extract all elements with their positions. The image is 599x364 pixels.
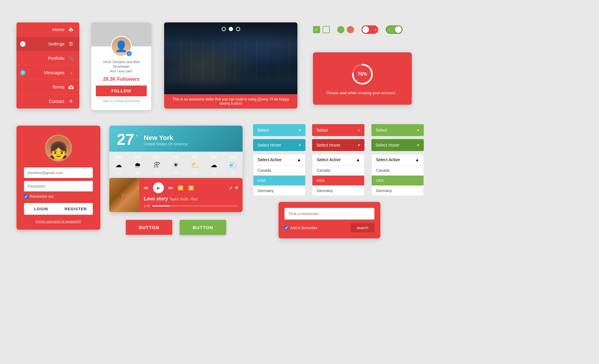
select-default-green[interactable]: Select ▼ [371, 124, 424, 136]
play-button[interactable]: ▶ [153, 182, 164, 193]
home-icon: 🏠 [68, 27, 74, 32]
prev-button[interactable]: ⏮ [144, 185, 149, 191]
select-option-germany-cyan[interactable]: Germany [253, 186, 305, 196]
profile-card: 👤 ✓ UI/UX Designer and Web DevelopperAnd… [91, 22, 151, 110]
add-to-favourites-group: Add to favourites [285, 226, 317, 230]
slider-image [164, 22, 297, 94]
music-progress-bar[interactable] [152, 205, 238, 206]
nav-item-contact[interactable]: Contact ✈ [16, 94, 79, 109]
share-button[interactable]: ↗ [229, 185, 232, 191]
day-name-wed: WED [149, 155, 165, 159]
restaurant-search-input[interactable] [285, 208, 374, 220]
music-extra-controls: ↗ ♥ [229, 185, 238, 191]
select-option-usa-cyan[interactable]: USA [253, 176, 305, 186]
select-option-germany-green[interactable]: Germany [372, 186, 423, 196]
select-hover-green[interactable]: Select Hover ▼ [371, 139, 424, 151]
music-progress: 1:50 [144, 204, 238, 208]
select-hover-green-label: Select Hover [376, 143, 400, 147]
select-option-canada-red[interactable]: Canada [312, 165, 364, 176]
selects-area: Select ▼ Select Hover ▼ Select Active ▲ … [253, 124, 429, 199]
select-default-red[interactable]: Select ▼ [312, 124, 364, 136]
select-option-germany-red[interactable]: Germany [312, 186, 364, 196]
girl-avatar-image: 👧 [46, 136, 71, 160]
day-name-thu: THU [168, 155, 184, 159]
profile-card-bg: 👤 ✓ [91, 22, 151, 46]
profile-description: UI/UX Designer and Web DevelopperAnd I l… [96, 60, 147, 74]
slider-dot-2[interactable] [229, 27, 233, 31]
weather-icon-tue: 🌧 [130, 161, 146, 169]
select-active-green[interactable]: Select Active ▲ Canada USA Germany [371, 154, 424, 196]
email-field[interactable] [24, 167, 93, 178]
toggle-on-knob [395, 26, 402, 33]
select-option-canada-cyan[interactable]: Canada [253, 165, 305, 176]
select-default-cyan[interactable]: Select ▼ [253, 124, 305, 136]
weather-city-info: New York United States Of America [144, 132, 187, 146]
select-col-red: Select ▼ Select Hover ▼ Select Active ▲ … [312, 124, 364, 199]
weather-day-mon: MON ☁ 27 [109, 152, 128, 179]
red-button[interactable]: BUTTON [126, 220, 172, 235]
nav-label-settings: Settings [48, 41, 64, 46]
heart-button[interactable]: ♥ [235, 185, 238, 191]
nav-item-messages[interactable]: ? Messages 🔖 [16, 66, 79, 80]
search-button[interactable]: search [351, 223, 374, 232]
weather-icon-thu: ☀ [168, 161, 184, 169]
select-active-label-green: Select Active [376, 157, 400, 162]
weather-day-thu: THU ☀ 32 [167, 152, 186, 179]
nav-item-settings[interactable]: ! Settings ☰ [16, 37, 79, 51]
remember-checkbox[interactable] [24, 195, 28, 199]
nav-item-terms[interactable]: Terms 📅 [16, 80, 79, 94]
weather-day-fri: FRI ⛅ 31 [185, 152, 205, 179]
select-option-canada-green[interactable]: Canada [372, 165, 423, 176]
select-arrow-down-red: ▼ [358, 129, 361, 132]
register-button[interactable]: REGISTER [59, 203, 93, 215]
password-field[interactable] [24, 181, 93, 191]
weather-degree: ° [136, 134, 138, 140]
select-active-red[interactable]: Select Active ▲ Canada USA Germany [312, 154, 364, 196]
login-button[interactable]: LOGIN [24, 203, 59, 215]
select-hover-cyan[interactable]: Select Hover ▼ [253, 139, 305, 151]
nav-label-portfolio: Portfolio [48, 56, 64, 61]
settings-icon: ☰ [68, 41, 74, 47]
day-name-mon: MON [111, 155, 127, 159]
weather-icon-fri: ⛅ [187, 161, 203, 169]
repeat-button[interactable]: 🔁 [178, 185, 184, 191]
checkbox-unchecked[interactable] [323, 26, 330, 33]
slider-dot-3[interactable] [236, 27, 240, 31]
music-info: Love story Taylor Swift - Red [144, 196, 238, 202]
bridge-lights [171, 37, 291, 80]
progress-percent: 76% [358, 71, 367, 77]
select-active-cyan-header[interactable]: Select Active ▲ [253, 154, 305, 165]
music-artist: Taylor Swift - Red [169, 197, 197, 201]
nav-item-portfolio[interactable]: Portfolio 📎 [16, 51, 79, 66]
nav-item-home[interactable]: Home 🏠 [16, 22, 79, 37]
select-active-red-header[interactable]: Select Active ▲ [312, 154, 364, 165]
checkbox-group: ✓ [313, 26, 330, 33]
select-active-green-header[interactable]: Select Active ▲ [372, 154, 423, 165]
forgot-password-link[interactable]: Forgot username or password? [36, 220, 81, 223]
toggle-on[interactable] [386, 25, 403, 34]
radio-unselected[interactable] [347, 26, 354, 33]
next-button[interactable]: ⏭ [168, 185, 173, 191]
select-option-usa-red[interactable]: USA [312, 176, 364, 186]
select-default-red-label: Select [316, 128, 328, 132]
follow-button[interactable]: FOLLOW [96, 86, 147, 96]
green-button[interactable]: BUTTON [180, 220, 226, 235]
radio-selected[interactable] [337, 26, 344, 33]
weather-city: New York [144, 134, 187, 142]
shuffle-button[interactable]: 🔀 [188, 185, 194, 191]
select-hover-red[interactable]: Select Hover ▼ [312, 139, 364, 151]
weather-grid: MON ☁ 27 TUE 🌧 25 WED ⛈ 20 THU ☀ 32 FRI … [109, 152, 243, 179]
weather-country: United States Of America [144, 142, 187, 146]
select-default-cyan-label: Select [257, 128, 269, 132]
select-option-usa-green[interactable]: USA [372, 176, 423, 186]
login-card: 👧 Remember me. LOGIN REGISTER Forgot use… [16, 126, 100, 230]
day-name-sat: SAT [206, 155, 222, 159]
toggle-off[interactable] [361, 25, 378, 34]
favourites-checkbox[interactable] [285, 226, 288, 230]
checkbox-checked[interactable]: ✓ [313, 26, 320, 33]
nav-label-messages: Messages [44, 70, 64, 75]
search-widget: Add to favourites search [279, 202, 380, 238]
progress-card: 76% Please wait while creating your acco… [313, 52, 412, 105]
slider-dot-1[interactable] [222, 27, 226, 31]
select-active-cyan[interactable]: Select Active ▲ Canada USA Germany [253, 154, 305, 196]
